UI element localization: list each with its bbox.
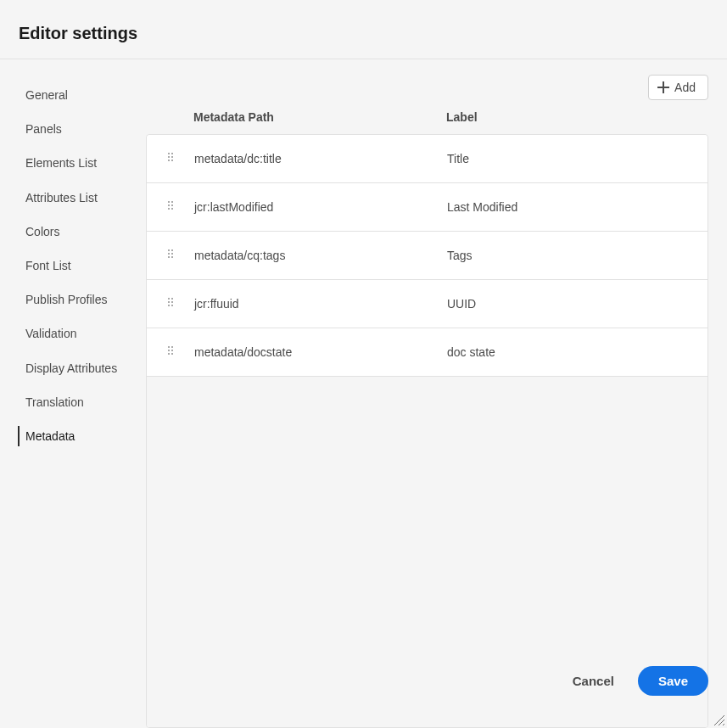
sidebar-item-label: Panels [25, 122, 62, 136]
drag-handle-icon[interactable] [147, 201, 194, 213]
cell-metadata-path: metadata/dc:title [194, 152, 447, 165]
sidebar-item-general[interactable]: General [19, 78, 146, 112]
sidebar-item-label: Elements List [25, 156, 97, 170]
drag-handle-icon[interactable] [147, 153, 194, 165]
main-panel: Add Metadata Path Label metadata/dc:titl… [146, 59, 727, 728]
dialog-footer: Cancel Save [569, 666, 708, 696]
page-title: Editor settings [19, 24, 708, 43]
cancel-button[interactable]: Cancel [569, 667, 618, 695]
sidebar-item-translation[interactable]: Translation [19, 385, 146, 419]
sidebar-item-label: Attributes List [25, 191, 98, 204]
column-header-path: Metadata Path [193, 110, 446, 124]
plus-icon [657, 81, 669, 93]
add-button-label: Add [674, 81, 696, 94]
table-row[interactable]: jcr:lastModified Last Modified [147, 183, 707, 232]
cell-label: Last Modified [447, 200, 707, 214]
cell-label: doc state [447, 345, 707, 359]
cell-metadata-path: jcr:ffuuid [194, 297, 447, 311]
sidebar-item-label: Translation [25, 395, 84, 409]
cell-label: Title [447, 152, 707, 165]
sidebar-item-label: Publish Profiles [25, 293, 108, 306]
drag-handle-icon[interactable] [147, 298, 194, 310]
table-row[interactable]: metadata/cq:tags Tags [147, 232, 707, 280]
table-row[interactable]: jcr:ffuuid UUID [147, 280, 707, 328]
metadata-table: Metadata Path Label metadata/dc:title Ti… [146, 110, 708, 728]
add-button[interactable]: Add [648, 75, 708, 100]
sidebar-item-label: Font List [25, 259, 71, 272]
sidebar-item-display-attributes[interactable]: Display Attributes [19, 351, 146, 385]
drag-handle-icon[interactable] [147, 346, 194, 358]
sidebar-item-attributes-list[interactable]: Attributes List [19, 181, 146, 215]
dialog-header: Editor settings [0, 0, 727, 59]
sidebar-item-label: Metadata [25, 429, 75, 443]
cell-metadata-path: jcr:lastModified [194, 200, 447, 214]
sidebar-item-label: General [25, 88, 68, 102]
sidebar-item-label: Colors [25, 225, 59, 238]
table-row[interactable]: metadata/docstate doc state [147, 328, 707, 377]
cell-metadata-path: metadata/docstate [194, 345, 447, 359]
sidebar-item-label: Display Attributes [25, 361, 117, 375]
sidebar-item-validation[interactable]: Validation [19, 316, 146, 350]
sidebar-item-label: Validation [25, 327, 76, 340]
sidebar-item-metadata[interactable]: Metadata [19, 419, 146, 453]
settings-sidebar: General Panels Elements List Attributes … [0, 59, 146, 728]
table-body: metadata/dc:title Title jcr:lastModified… [146, 134, 708, 728]
sidebar-item-font-list[interactable]: Font List [19, 249, 146, 283]
sidebar-item-elements-list[interactable]: Elements List [19, 146, 146, 180]
cell-metadata-path: metadata/cq:tags [194, 249, 447, 262]
cell-label: UUID [447, 297, 707, 311]
drag-handle-icon[interactable] [147, 249, 194, 261]
sidebar-item-publish-profiles[interactable]: Publish Profiles [19, 283, 146, 316]
column-header-label: Label [446, 110, 708, 124]
sidebar-item-colors[interactable]: Colors [19, 215, 146, 249]
table-row[interactable]: metadata/dc:title Title [147, 135, 707, 183]
sidebar-item-panels[interactable]: Panels [19, 112, 146, 146]
table-header: Metadata Path Label [146, 110, 708, 134]
save-button[interactable]: Save [638, 666, 708, 696]
cell-label: Tags [447, 249, 707, 262]
